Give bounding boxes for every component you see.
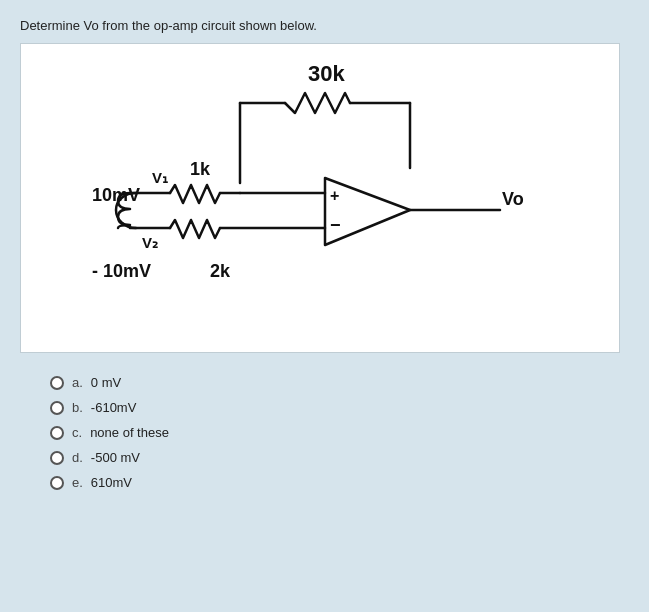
option-c[interactable]: c.none of these [50,425,629,440]
radio-b[interactable] [50,401,64,415]
label-neg10mv: - 10mV [92,261,151,281]
plus-sign: + [330,187,339,204]
radio-d[interactable] [50,451,64,465]
option-d[interactable]: d.-500 mV [50,450,629,465]
option-label-e: e. [72,475,83,490]
options-list: a.0 mVb.-610mVc.none of thesed.-500 mVe.… [20,375,629,490]
radio-a[interactable] [50,376,64,390]
label-1k: 1k [190,159,211,179]
label-vo: Vo [502,189,524,209]
option-b[interactable]: b.-610mV [50,400,629,415]
option-label-d: d. [72,450,83,465]
option-label-a: a. [72,375,83,390]
radio-c[interactable] [50,426,64,440]
radio-e[interactable] [50,476,64,490]
option-value-e: 610mV [91,475,132,490]
option-label-c: c. [72,425,82,440]
option-value-c: none of these [90,425,169,440]
option-a[interactable]: a.0 mV [50,375,629,390]
option-label-b: b. [72,400,83,415]
circuit-diagram: .hd { stroke: #111; stroke-width: 2.5; f… [20,43,620,353]
label-10mv: 10mV [92,185,140,205]
question-text: Determine Vo from the op-amp circuit sho… [20,18,629,33]
option-value-d: -500 mV [91,450,140,465]
label-v1: V₁ [152,169,168,186]
label-v2: V₂ [142,234,158,251]
option-value-a: 0 mV [91,375,121,390]
minus-sign: − [330,215,341,235]
option-value-b: -610mV [91,400,137,415]
option-e[interactable]: e.610mV [50,475,629,490]
label-2k: 2k [210,261,231,281]
label-30k: 30k [308,61,345,86]
